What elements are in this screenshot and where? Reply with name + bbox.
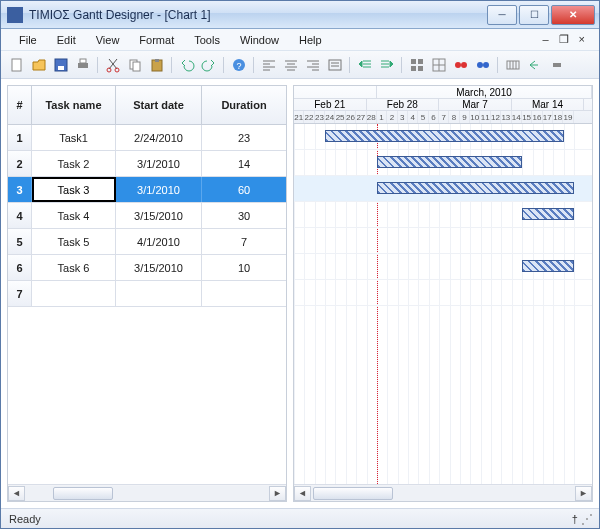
cell-task[interactable]: Task 2 [32, 151, 116, 176]
gantt-row[interactable] [294, 124, 592, 150]
mdi-minimize-icon[interactable]: – [540, 33, 550, 46]
scroll-thumb[interactable] [53, 487, 113, 500]
close-button[interactable]: ✕ [551, 5, 595, 25]
gantt-bar[interactable] [377, 182, 574, 194]
cell-duration[interactable]: 10 [202, 255, 286, 280]
scroll-track[interactable] [25, 486, 269, 501]
table-row[interactable]: 5Task 54/1/20107 [8, 229, 286, 255]
mdi-close-icon[interactable]: × [577, 33, 587, 46]
cell-task[interactable]: Task 5 [32, 229, 116, 254]
resize-grip-icon[interactable]: ⋰ [581, 512, 591, 526]
scroll-left-icon[interactable]: ◄ [8, 486, 25, 501]
cell-start[interactable]: 4/1/2010 [116, 229, 202, 254]
cell-duration[interactable]: 23 [202, 125, 286, 150]
table-row[interactable]: 3Task 33/1/201060 [8, 177, 286, 203]
cell-duration[interactable]: 60 [202, 177, 286, 202]
zoom-icon[interactable] [503, 55, 523, 75]
mdi-restore-icon[interactable]: ❐ [557, 33, 571, 46]
copy-icon[interactable] [125, 55, 145, 75]
cell-start[interactable]: 2/24/2010 [116, 125, 202, 150]
print-icon[interactable] [73, 55, 93, 75]
paste-icon[interactable] [147, 55, 167, 75]
menu-view[interactable]: View [86, 31, 130, 49]
help-icon[interactable]: ? [229, 55, 249, 75]
more-icon[interactable] [547, 55, 567, 75]
grid2-icon[interactable] [429, 55, 449, 75]
redo-icon[interactable] [199, 55, 219, 75]
gantt-row[interactable] [294, 202, 592, 228]
header-task[interactable]: Task name [32, 86, 116, 124]
grid1-icon[interactable] [407, 55, 427, 75]
align-left-icon[interactable] [259, 55, 279, 75]
gantt-bar[interactable] [522, 260, 574, 272]
menu-window[interactable]: Window [230, 31, 289, 49]
save-icon[interactable] [51, 55, 71, 75]
scroll-left-icon[interactable]: ◄ [294, 486, 311, 501]
open-icon[interactable] [29, 55, 49, 75]
cell-num[interactable]: 2 [8, 151, 32, 176]
cell-num[interactable]: 3 [8, 177, 32, 202]
cell-num[interactable]: 1 [8, 125, 32, 150]
cell-task[interactable]: Task 4 [32, 203, 116, 228]
new-icon[interactable] [7, 55, 27, 75]
gantt-row[interactable] [294, 176, 592, 202]
header-start[interactable]: Start date [116, 86, 202, 124]
gantt-bar[interactable] [377, 156, 522, 168]
cell-start[interactable]: 3/15/2010 [116, 255, 202, 280]
link-blue-icon[interactable] [473, 55, 493, 75]
cell-start[interactable]: 3/15/2010 [116, 203, 202, 228]
cell-task[interactable] [32, 281, 116, 306]
gantt-body[interactable] [294, 124, 592, 484]
table-row[interactable]: 7 [8, 281, 286, 307]
menu-help[interactable]: Help [289, 31, 332, 49]
wrap-icon[interactable] [325, 55, 345, 75]
goto-icon[interactable] [525, 55, 545, 75]
cell-duration[interactable]: 7 [202, 229, 286, 254]
gantt-row[interactable] [294, 254, 592, 280]
indent-icon[interactable] [377, 55, 397, 75]
table-row[interactable]: 6Task 63/15/201010 [8, 255, 286, 281]
cut-icon[interactable] [103, 55, 123, 75]
table-row[interactable]: 1Task12/24/201023 [8, 125, 286, 151]
cell-duration[interactable]: 14 [202, 151, 286, 176]
scroll-track[interactable] [311, 486, 575, 501]
left-scrollbar[interactable]: ◄ ► [8, 484, 286, 501]
title-bar[interactable]: ΤΙΜΙΟΣ Gantt Designer - [Chart 1] ─ ☐ ✕ [1, 1, 599, 29]
header-num[interactable]: # [8, 86, 32, 124]
cell-start[interactable]: 3/1/2010 [116, 177, 202, 202]
link-red-icon[interactable] [451, 55, 471, 75]
align-center-icon[interactable] [281, 55, 301, 75]
cell-num[interactable]: 7 [8, 281, 32, 306]
cell-num[interactable]: 6 [8, 255, 32, 280]
gantt-row[interactable] [294, 150, 592, 176]
menu-file[interactable]: File [9, 31, 47, 49]
menu-format[interactable]: Format [129, 31, 184, 49]
scroll-right-icon[interactable]: ► [575, 486, 592, 501]
cell-num[interactable]: 5 [8, 229, 32, 254]
undo-icon[interactable] [177, 55, 197, 75]
cell-task[interactable]: Task 6 [32, 255, 116, 280]
gantt-row[interactable] [294, 228, 592, 254]
gantt-row[interactable] [294, 280, 592, 306]
menu-edit[interactable]: Edit [47, 31, 86, 49]
header-duration[interactable]: Duration [202, 86, 286, 124]
cell-task[interactable]: Task1 [32, 125, 116, 150]
align-right-icon[interactable] [303, 55, 323, 75]
maximize-button[interactable]: ☐ [519, 5, 549, 25]
cell-start[interactable] [116, 281, 202, 306]
cell-duration[interactable]: 30 [202, 203, 286, 228]
cell-num[interactable]: 4 [8, 203, 32, 228]
cell-task[interactable]: Task 3 [32, 177, 116, 202]
outdent-icon[interactable] [355, 55, 375, 75]
table-row[interactable]: 2Task 23/1/201014 [8, 151, 286, 177]
cell-duration[interactable] [202, 281, 286, 306]
scroll-thumb[interactable] [313, 487, 393, 500]
scroll-right-icon[interactable]: ► [269, 486, 286, 501]
menu-tools[interactable]: Tools [184, 31, 230, 49]
right-scrollbar[interactable]: ◄ ► [294, 484, 592, 501]
cell-start[interactable]: 3/1/2010 [116, 151, 202, 176]
gantt-bar[interactable] [325, 130, 564, 142]
gantt-bar[interactable] [522, 208, 574, 220]
table-row[interactable]: 4Task 43/15/201030 [8, 203, 286, 229]
minimize-button[interactable]: ─ [487, 5, 517, 25]
